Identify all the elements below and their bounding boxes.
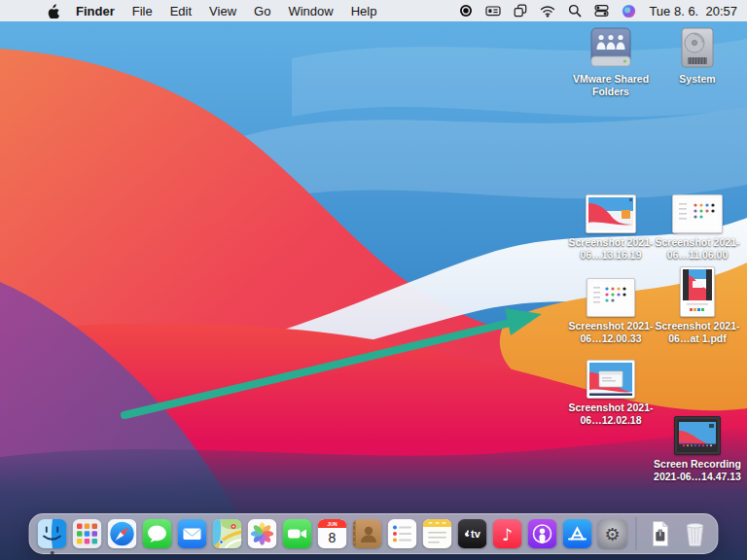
dock-item-music[interactable]: ♪ bbox=[493, 519, 522, 548]
screenshot-thumbnail bbox=[587, 356, 635, 399]
network-drive-icon bbox=[587, 25, 634, 70]
gear-glyph: ⚙ bbox=[604, 524, 620, 544]
dock-item-reminders[interactable] bbox=[388, 519, 417, 548]
windows-icon[interactable] bbox=[514, 4, 527, 18]
maps-icon bbox=[213, 519, 242, 548]
photos-icon bbox=[248, 519, 277, 548]
desktop: Finder File Edit View Go Window Help bbox=[0, 0, 747, 560]
trash-icon bbox=[681, 519, 710, 548]
record-indicator-icon[interactable] bbox=[459, 4, 473, 18]
dock-item-finder[interactable] bbox=[38, 519, 67, 548]
menu-item-finder[interactable]: Finder bbox=[67, 4, 124, 18]
finder-icon bbox=[38, 519, 67, 548]
screenshot-thumbnail bbox=[586, 191, 636, 233]
podcasts-icon bbox=[528, 519, 557, 548]
notes-icon bbox=[423, 519, 452, 548]
dock-item-maps[interactable] bbox=[213, 519, 242, 548]
dock-separator bbox=[636, 517, 637, 550]
menu-item-window[interactable]: Window bbox=[279, 4, 341, 18]
dock-item-messages[interactable] bbox=[143, 519, 172, 548]
desktop-icon-label: System bbox=[679, 73, 715, 86]
music-icon: ♪ bbox=[493, 519, 522, 548]
dock-item-facetime[interactable] bbox=[283, 519, 312, 548]
video-thumbnail bbox=[674, 412, 721, 455]
siri-icon[interactable] bbox=[622, 4, 636, 18]
desktop-icon-screenshot-120033[interactable]: Screenshot 2021-06…12.00.33 bbox=[562, 274, 659, 344]
dock: JUN 8 bbox=[29, 513, 719, 554]
finder-running-indicator bbox=[51, 551, 54, 555]
desktop-icon-label: Screen Recording 2021-06…14.47.13 bbox=[649, 458, 746, 482]
desktop-icon-label: Screenshot 2021-06…12.00.33 bbox=[562, 320, 659, 344]
messages-icon bbox=[143, 519, 172, 548]
pdf-thumbnail bbox=[680, 262, 715, 317]
desktop-icon-screenshot-pdf[interactable]: Screenshot 2021-06…at 1.pdf bbox=[649, 262, 746, 344]
facetime-icon bbox=[283, 519, 312, 548]
dock-item-mail[interactable] bbox=[178, 519, 207, 548]
reminders-icon bbox=[388, 519, 417, 548]
app-store-icon bbox=[563, 519, 592, 548]
safari-icon bbox=[108, 519, 137, 548]
calendar-day-text: 8 bbox=[329, 530, 337, 545]
menu-item-view[interactable]: View bbox=[200, 4, 245, 18]
dock-item-contacts[interactable] bbox=[353, 519, 382, 548]
hard-drive-icon bbox=[680, 25, 715, 70]
control-center-icon[interactable] bbox=[594, 4, 609, 18]
dock-item-documents[interactable] bbox=[646, 519, 675, 548]
dock-item-tv[interactable]: tv bbox=[458, 519, 487, 548]
dock-item-safari[interactable] bbox=[108, 519, 137, 548]
calendar-icon: JUN 8 bbox=[318, 519, 347, 548]
desktop-icon-label: VMware Shared Folders bbox=[562, 73, 659, 97]
desktop-icon-screenshot-131619[interactable]: Screenshot 2021-06…13.16.19 bbox=[562, 191, 659, 261]
dock-item-calendar[interactable]: JUN 8 bbox=[318, 519, 347, 548]
document-icon bbox=[646, 519, 675, 548]
screenshot-thumbnail bbox=[672, 191, 723, 233]
spotlight-search-icon[interactable] bbox=[568, 4, 582, 18]
desktop-icon-screenshot-120218[interactable]: Screenshot 2021-06…12.02.18 bbox=[562, 356, 659, 426]
menu-item-file[interactable]: File bbox=[124, 4, 161, 18]
music-note-glyph: ♪ bbox=[502, 525, 513, 544]
apple-tv-icon: tv bbox=[458, 519, 487, 548]
desktop-icon-screenshot-110600[interactable]: Screenshot 2021-06…11.06.00 bbox=[649, 191, 746, 261]
apple-menu-icon[interactable] bbox=[47, 4, 67, 18]
wifi-icon[interactable] bbox=[540, 5, 555, 18]
mail-icon bbox=[178, 519, 207, 548]
menu-bar-status: Tue 8. 6. 20:57 bbox=[459, 4, 747, 18]
input-device-icon[interactable] bbox=[485, 4, 501, 18]
tv-label-text: tv bbox=[471, 528, 481, 540]
contacts-icon bbox=[353, 519, 382, 548]
menu-item-edit[interactable]: Edit bbox=[161, 4, 200, 18]
desktop-icon-vmware-shared-folders[interactable]: VMware Shared Folders bbox=[562, 25, 659, 97]
system-preferences-icon: ⚙ bbox=[598, 519, 627, 548]
desktop-icon-label: Screenshot 2021-06…13.16.19 bbox=[562, 236, 659, 261]
desktop-icon-label: Screenshot 2021-06…12.02.18 bbox=[562, 402, 659, 426]
menu-bar-clock[interactable]: Tue 8. 6. 20:57 bbox=[649, 4, 737, 18]
dock-item-notes[interactable] bbox=[423, 519, 452, 548]
dock-item-system-preferences[interactable]: ⚙ bbox=[598, 519, 627, 548]
screenshot-thumbnail bbox=[587, 274, 635, 317]
calendar-month-text: JUN bbox=[327, 521, 337, 527]
desktop-icon-label: Screenshot 2021-06…at 1.pdf bbox=[649, 320, 746, 344]
menu-bar: Finder File Edit View Go Window Help bbox=[0, 0, 747, 21]
dock-item-app-store[interactable] bbox=[563, 519, 592, 548]
dock-item-launchpad[interactable] bbox=[73, 519, 102, 548]
dock-item-podcasts[interactable] bbox=[528, 519, 557, 548]
menu-bar-left: Finder File Edit View Go Window Help bbox=[0, 4, 385, 18]
dock-item-photos[interactable] bbox=[248, 519, 277, 548]
desktop-icon-label: Screenshot 2021-06…11.06.00 bbox=[649, 236, 746, 261]
menu-item-go[interactable]: Go bbox=[245, 4, 279, 18]
desktop-icon-system[interactable]: System bbox=[649, 25, 746, 86]
desktop-icon-screen-recording[interactable]: Screen Recording 2021-06…14.47.13 bbox=[649, 412, 746, 482]
dock-item-trash[interactable] bbox=[681, 519, 710, 548]
launchpad-icon bbox=[73, 519, 102, 548]
menu-item-help[interactable]: Help bbox=[342, 4, 386, 18]
